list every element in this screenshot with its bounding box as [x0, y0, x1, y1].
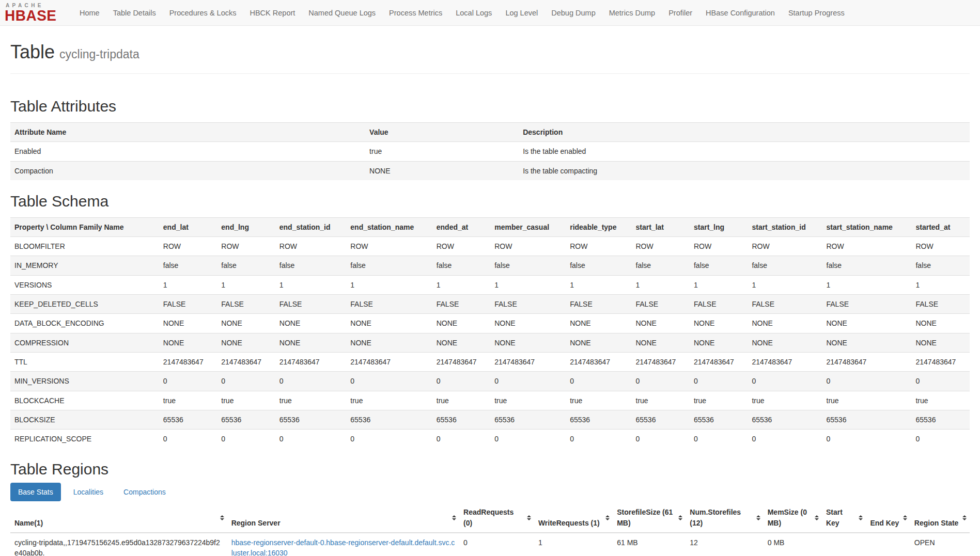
schema-property-cell: BLOOMFILTER [10, 237, 159, 256]
schema-value-cell: NONE [911, 314, 970, 333]
schema-value-cell: ROW [159, 237, 217, 256]
schema-row-blocksize: BLOCKSIZE6553665536655366553665536655366… [10, 410, 970, 429]
schema-value-cell: 1 [822, 275, 912, 294]
schema-value-cell: NONE [911, 333, 970, 352]
schema-property-cell: COMPRESSION [10, 333, 159, 352]
regions-col-start-key[interactable]: Start Key [822, 503, 866, 533]
regions-col-end-key[interactable]: End Key [866, 503, 910, 533]
schema-col-member-casual: member_casual [490, 217, 566, 236]
schema-value-cell: 0 [217, 372, 275, 391]
region-cell-mem-size: 0 MB [764, 533, 822, 556]
regions-col-memsize-0-mb[interactable]: MemSize (0 MB) [764, 503, 822, 533]
nav-item-profiler[interactable]: Profiler [662, 1, 699, 25]
page-subtitle: cycling-tripdata [59, 47, 139, 61]
sort-up-icon [815, 515, 819, 517]
sort-up-icon [527, 515, 531, 517]
nav-item-startup-progress[interactable]: Startup Progress [782, 1, 851, 25]
schema-value-cell: NONE [217, 333, 275, 352]
schema-value-cell: 0 [632, 430, 690, 449]
schema-value-cell: 1 [217, 275, 275, 294]
regions-col-label: Num.Storefiles (12) [690, 508, 741, 527]
tab-compactions-wrap: Compactions [116, 487, 174, 498]
attributes-table-body: EnabledtrueIs the table enabledCompactio… [10, 142, 970, 180]
page-title: Tablecycling-tripdata [10, 41, 970, 63]
schema-table-head: Property \ Column Family Nameend_latend_… [10, 217, 970, 236]
schema-property-cell: MIN_VERSIONS [10, 372, 159, 391]
tab-compactions[interactable]: Compactions [116, 483, 174, 501]
region-cell-storefile-size: 61 MB [613, 533, 686, 556]
regions-col-writerequests-1[interactable]: WriteRequests (1) [534, 503, 613, 533]
attributes-header-row: Attribute NameValueDescription [10, 123, 970, 142]
attributes-col-description: Description [519, 123, 970, 142]
schema-value-cell: NONE [748, 314, 822, 333]
schema-row-versions: VERSIONS111111111111 [10, 275, 970, 294]
schema-value-cell: true [346, 391, 432, 410]
regions-col-name-1[interactable]: Name(1) [10, 503, 227, 533]
nav-item-table-details[interactable]: Table Details [106, 1, 163, 25]
regions-col-region-state[interactable]: Region State [910, 503, 970, 533]
schema-value-cell: NONE [275, 314, 347, 333]
schema-value-cell: 0 [748, 372, 822, 391]
regions-col-num-storefiles-12[interactable]: Num.Storefiles (12) [686, 503, 763, 533]
schema-value-cell: NONE [159, 314, 217, 333]
nav-item-debug-dump[interactable]: Debug Dump [545, 1, 602, 25]
regions-table-body: cycling-tripdata,,1719475156245.e95d0a13… [10, 533, 970, 556]
regions-table-head: Name(1)Region ServerReadRequests (0)Writ… [10, 503, 970, 533]
schema-value-cell: NONE [159, 333, 217, 352]
nav-item-log-level[interactable]: Log Level [499, 1, 545, 25]
schema-col-end-station-name: end_station_name [346, 217, 432, 236]
schema-value-cell: NONE [275, 333, 347, 352]
regions-col-readrequests-0[interactable]: ReadRequests (0) [459, 503, 534, 533]
nav-item-named-queue-logs[interactable]: Named Queue Logs [302, 1, 382, 25]
schema-value-cell: 1 [159, 275, 217, 294]
schema-property-cell: DATA_BLOCK_ENCODING [10, 314, 159, 333]
schema-value-cell: 0 [822, 372, 912, 391]
schema-value-cell: FALSE [346, 295, 432, 314]
schema-value-cell: false [346, 256, 432, 275]
schema-value-cell: 2147483647 [159, 352, 217, 371]
schema-value-cell: 1 [346, 275, 432, 294]
schema-value-cell: 0 [159, 430, 217, 449]
page-title-text: Table [10, 41, 55, 62]
schema-table: Property \ Column Family Nameend_latend_… [10, 217, 970, 449]
schema-value-cell: 1 [490, 275, 566, 294]
regions-col-storefilesize-61-mb[interactable]: StorefileSize (61 MB) [613, 503, 686, 533]
schema-value-cell: FALSE [632, 295, 690, 314]
hbase-logo[interactable]: APACHE HBASE [5, 3, 66, 22]
sort-down-icon [859, 518, 863, 520]
schema-col-start-station-name: start_station_name [822, 217, 912, 236]
region-server-link[interactable]: hbase-regionserver-default-0.hbase-regio… [231, 538, 455, 556]
tab-base-stats[interactable]: Base Stats [10, 483, 61, 501]
attribute-cell: Is the table compacting [519, 161, 970, 180]
nav-item-procedures-locks[interactable]: Procedures & Locks [163, 1, 243, 25]
regions-col-label: ReadRequests (0) [463, 508, 514, 527]
schema-row-compression: COMPRESSIONNONENONENONENONENONENONENONEN… [10, 333, 970, 352]
schema-value-cell: 1 [690, 275, 748, 294]
schema-col-started-at: started_at [911, 217, 970, 236]
schema-col-end-lat: end_lat [159, 217, 217, 236]
nav-item-hbase-configuration[interactable]: HBase Configuration [699, 1, 782, 25]
region-cell-write-requests: 1 [534, 533, 613, 556]
nav-item-home[interactable]: Home [73, 1, 106, 25]
sort-arrows-icon [527, 515, 531, 520]
nav-item-local-logs[interactable]: Local Logs [449, 1, 499, 25]
schema-value-cell: 65536 [275, 410, 347, 429]
schema-value-cell: 65536 [432, 410, 490, 429]
tab-localities[interactable]: Localities [66, 483, 111, 501]
region-cell-read-requests: 0 [459, 533, 534, 556]
sort-up-icon [678, 515, 682, 517]
nav-item-metrics-dump[interactable]: Metrics Dump [602, 1, 662, 25]
sort-down-icon [756, 518, 760, 520]
nav-item-hbck-report[interactable]: HBCK Report [243, 1, 302, 25]
schema-value-cell: 0 [748, 430, 822, 449]
sort-down-icon [605, 518, 610, 520]
region-cell-start-key [822, 533, 866, 556]
schema-value-cell: false [690, 256, 748, 275]
nav-item-process-metrics[interactable]: Process Metrics [382, 1, 449, 25]
schema-col-start-station-id: start_station_id [748, 217, 822, 236]
regions-col-region-server[interactable]: Region Server [227, 503, 459, 533]
schema-col-start-lng: start_lng [690, 217, 748, 236]
sort-arrows-icon [815, 515, 819, 520]
schema-row-blockcache: BLOCKCACHEtruetruetruetruetruetruetruetr… [10, 391, 970, 410]
schema-value-cell: true [275, 391, 347, 410]
